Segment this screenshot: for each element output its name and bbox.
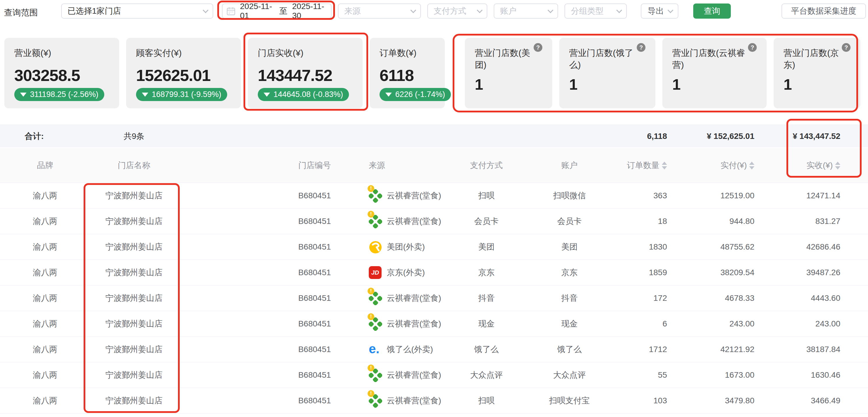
source-cell: 美团(外卖) (364, 240, 446, 254)
source-cell: ! 云祺睿营(堂食) (364, 214, 446, 228)
payment-cell: 美团 (446, 242, 527, 253)
payment-cell: 扫呗 (446, 190, 527, 201)
table-row: 渝八两 宁波鄞州姜山店 B680451 美团(外卖) 美团 美团 1830 48… (0, 234, 868, 260)
group-type-select[interactable]: 分组类型 (564, 3, 627, 19)
column-header-label: 实收(¥) (807, 160, 833, 171)
triangle-down-icon (142, 93, 148, 97)
store-name-cell: 宁波鄞州姜山店 (85, 190, 184, 201)
question-badge-icon[interactable]: ? (534, 43, 542, 52)
account-cell: 抖音 (527, 293, 612, 304)
platform-data-progress-button[interactable]: 平台数据采集进度 (781, 3, 866, 19)
paid-cell: 42121.92 (676, 345, 763, 354)
chevron-down-icon (203, 7, 209, 13)
sort-icon[interactable] (749, 162, 754, 169)
paid-cell: 3479.80 (676, 396, 763, 405)
column-header-label: 订单数量 (627, 160, 659, 171)
question-badge-icon[interactable]: ? (748, 43, 757, 52)
date-range-input[interactable]: 2025-11-01 至 2025-11-30 (222, 3, 332, 19)
count-card-title: 营业门店数(云祺睿营) (672, 47, 747, 71)
question-badge-icon[interactable]: ? (842, 43, 850, 52)
stat-card-trend-badge: 168799.31 (-9.59%) (136, 88, 227, 101)
query-scope-label: 查询范围 (4, 7, 38, 19)
query-button[interactable]: 查询 (693, 3, 731, 19)
summary-row-count: 共9条 (85, 131, 184, 142)
orders-cell: 6 (612, 319, 676, 328)
sort-icon[interactable] (835, 162, 840, 169)
source-label: 云祺睿营(堂食) (387, 216, 441, 227)
column-header-paid[interactable]: 实付(¥) (676, 160, 763, 171)
paid-cell: 12519.00 (676, 191, 763, 200)
chevron-down-icon (548, 7, 553, 13)
store-count-card: 营业门店数(京东) ? 1 (774, 38, 861, 108)
table-row: 渝八两 宁波鄞州姜山店 B680451 ! 云祺睿营(堂食) 现金 现金 6 2… (0, 311, 868, 336)
store-no-cell: B680451 (184, 268, 364, 277)
account-cell: 大众点评 (527, 370, 612, 381)
count-card-value: 1 (475, 76, 483, 93)
received-cell: 12471.14 (763, 191, 856, 200)
column-header-payment: 支付方式 (446, 160, 527, 171)
store-no-cell: B680451 (184, 217, 364, 226)
column-header-account: 账户 (527, 160, 612, 171)
sort-icon[interactable] (662, 162, 667, 169)
warning-badge-icon: ! (368, 288, 374, 294)
stat-card-value: 152625.01 (136, 66, 211, 85)
account-cell: 饿了么 (527, 344, 612, 355)
source-label: 云祺睿营(堂食) (387, 190, 441, 201)
account-cell: 京东 (527, 267, 612, 278)
yunqi-dine-in-icon: ! (369, 291, 383, 305)
store-no-cell: B680451 (184, 319, 364, 328)
orders-cell: 363 (612, 191, 676, 200)
triangle-down-icon (20, 93, 27, 97)
query-button-label: 查询 (704, 5, 720, 17)
source-select[interactable]: 来源 (338, 3, 421, 19)
stat-card-title: 门店实收(¥) (258, 47, 353, 59)
source-cell: e.饿了么(外卖) (364, 343, 446, 356)
brand-cell: 渝八两 (6, 242, 85, 253)
source-select-placeholder: 来源 (344, 5, 361, 17)
store-name-cell: 宁波鄞州姜山店 (85, 370, 184, 381)
meituan-icon (369, 240, 383, 254)
table-row: 渝八两 宁波鄞州姜山店 B680451 ! 云祺睿营(堂食) 扫呗 扫呗支付宝 … (0, 388, 868, 414)
eleme-icon: e. (369, 343, 383, 356)
source-cell: ! 云祺睿营(堂食) (364, 317, 446, 331)
source-cell: JD京东(外卖) (364, 265, 446, 280)
column-header-received[interactable]: 实收(¥) (763, 160, 856, 171)
paid-cell: 944.80 (676, 217, 763, 226)
payment-method-select[interactable]: 支付方式 (427, 3, 487, 19)
stat-card-value: 6118 (379, 66, 414, 85)
store-name-cell: 宁波鄞州姜山店 (85, 395, 184, 406)
count-card-title: 营业门店数(美团) (475, 47, 532, 71)
stat-card-title: 营业额(¥) (14, 47, 109, 59)
sales-table: 合计: 共9条 6,118 ¥ 152,625.01 ¥ 143,447.52 … (0, 125, 868, 414)
yunqi-dine-in-icon: ! (369, 394, 383, 408)
column-header-orders[interactable]: 订单数量 (612, 160, 676, 171)
received-cell: 4443.60 (763, 293, 856, 303)
stat-card-value: 303258.5 (14, 66, 80, 85)
payment-cell: 扫呗 (446, 395, 527, 406)
paid-cell: 48755.62 (676, 242, 763, 252)
paid-cell: 243.00 (676, 319, 763, 328)
account-select[interactable]: 账户 (494, 3, 558, 19)
export-button[interactable]: 导出 (641, 3, 678, 19)
progress-button-label: 平台数据采集进度 (791, 5, 856, 17)
brand-cell: 渝八两 (6, 190, 85, 201)
source-cell: ! 云祺睿营(堂食) (364, 394, 446, 408)
orders-cell: 1830 (612, 242, 676, 252)
filter-bar: 查询范围 已选择1家门店 2025-11-01 至 2025-11-30 来源 … (0, 0, 868, 22)
export-button-label: 导出 (648, 5, 664, 17)
table-header-row: 品牌门店名称门店编号来源支付方式账户订单数量 实付(¥) 实收(¥) (0, 147, 868, 183)
account-cell: 美团 (527, 242, 612, 253)
chevron-down-icon (616, 7, 622, 13)
orders-cell: 103 (612, 396, 676, 405)
source-label: 云祺睿营(堂食) (387, 293, 441, 304)
source-label: 京东(外卖) (387, 267, 425, 278)
store-select[interactable]: 已选择1家门店 (61, 3, 213, 19)
payment-cell: 饿了么 (446, 344, 527, 355)
store-count-card: 营业门店数(云祺睿营) ? 1 (662, 38, 767, 108)
date-start-value: 2025-11-01 (240, 2, 275, 21)
warning-badge-icon: ! (368, 185, 374, 192)
question-badge-icon[interactable]: ? (637, 43, 646, 52)
brand-cell: 渝八两 (6, 318, 85, 329)
stat-card-delta: 168799.31 (-9.59%) (152, 90, 221, 99)
brand-cell: 渝八两 (6, 370, 85, 381)
